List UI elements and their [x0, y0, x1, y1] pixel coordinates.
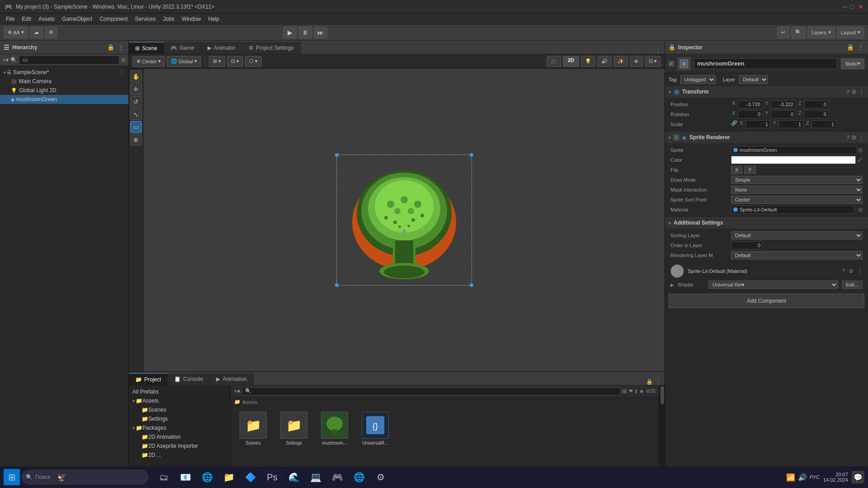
hierarchy-filter-icon[interactable]: ⊞ — [121, 57, 126, 63]
filter-icon[interactable]: ⚑ — [628, 388, 633, 394]
sprite-renderer-checkbox[interactable]: ✓ — [674, 135, 679, 140]
rect-tool[interactable]: ▭ — [130, 121, 142, 133]
taskbar-app-tools[interactable]: ⚙ — [371, 469, 391, 485]
search-button[interactable]: 🔍 — [791, 27, 806, 38]
transform-settings-icon[interactable]: ⚙ — [851, 89, 857, 95]
material-target-icon[interactable]: ◎ — [858, 206, 863, 213]
tray-lang[interactable]: РУС — [810, 474, 820, 480]
menu-file[interactable]: File — [2, 15, 18, 23]
layers-dropdown[interactable]: Layers ▾ — [807, 27, 835, 38]
sr-settings-icon[interactable]: ⚙ — [851, 134, 857, 141]
order-in-layer-input[interactable] — [731, 241, 763, 249]
sr-more-icon[interactable]: ⋮ — [859, 134, 864, 141]
rotation-y[interactable] — [771, 110, 796, 118]
taskbar-app-ps[interactable]: Ps — [262, 469, 282, 485]
sidebar-packages[interactable]: ▾ 📁 Packages — [129, 423, 230, 432]
aa-button[interactable]: ⊕ AA ▾ — [4, 27, 28, 38]
add-project-icon[interactable]: +▾ — [234, 388, 240, 394]
tab-animator[interactable]: ▶ Animator — [201, 42, 242, 54]
taskbar-app-taskmanager[interactable]: 🗂 — [154, 469, 174, 485]
sidebar-2d-more[interactable]: 📁 2D ... — [129, 450, 230, 460]
move-tool[interactable]: ✛ — [130, 83, 142, 95]
asset-scenes[interactable]: 📁 Scenes — [235, 412, 271, 446]
add-component-button[interactable]: Add Component — [669, 294, 864, 308]
taskbar-search[interactable]: 🔍 Поиск 🦅 — [22, 470, 148, 484]
taskbar-app-unity[interactable]: 🎮 — [327, 469, 347, 485]
material-ref-field[interactable]: Sprite-Lit-Default — [731, 206, 854, 214]
system-clock[interactable]: 20:07 14.02.2024 — [823, 472, 848, 483]
sidebar-settings[interactable]: 📁 Settings — [129, 414, 230, 423]
scale-z[interactable] — [811, 120, 836, 128]
inspector-lock-icon[interactable]: 🔒 — [669, 44, 675, 51]
taskbar-app-chrome[interactable]: 🌐 — [197, 469, 217, 485]
color-eyedropper-icon[interactable]: 🖊 — [857, 157, 863, 163]
global-dropdown[interactable]: 🌐 Global ▾ — [167, 56, 201, 67]
additional-settings-header[interactable]: ▾ Additional Settings — [665, 217, 868, 229]
taskbar-app-vs[interactable]: 🔷 — [241, 469, 260, 485]
taskbar-app-code[interactable]: 💻 — [306, 469, 326, 485]
mask-interaction-select[interactable]: None — [731, 186, 863, 194]
menu-assets[interactable]: Assets — [35, 15, 58, 23]
taskbar-app-files[interactable]: 📁 — [219, 469, 239, 485]
sidebar-2d-aseprite[interactable]: 📁 2D Aseprite Importer — [129, 441, 230, 450]
inspector-lock-btn[interactable]: 🔒 — [846, 43, 855, 52]
active-checkbox[interactable]: ✓ — [669, 61, 674, 66]
scale-x[interactable] — [745, 120, 770, 128]
star-icon[interactable]: ★ — [639, 388, 644, 394]
layer-select[interactable]: Default — [739, 75, 768, 84]
sorting-layer-select[interactable]: Default — [731, 231, 863, 239]
handle-tr[interactable] — [470, 153, 473, 157]
rendering-layer-select[interactable]: Default — [731, 251, 863, 259]
tray-network-icon[interactable]: 📶 — [786, 473, 795, 482]
view-mode-icon[interactable]: ⊞ — [622, 388, 627, 394]
taskbar-app-browser2[interactable]: 🌐 — [349, 469, 369, 485]
asset-universal[interactable]: {} UniversalR... — [357, 412, 393, 446]
position-x[interactable] — [738, 100, 763, 108]
start-button[interactable]: ⊞ — [4, 469, 20, 485]
undo-button[interactable]: ↩ — [777, 27, 789, 38]
lock-bottom-icon[interactable]: 🔒 — [646, 379, 653, 385]
sidebar-assets[interactable]: ▾ 📁 Assets — [129, 396, 230, 405]
menu-window[interactable]: Window — [178, 15, 205, 23]
sprite-renderer-header[interactable]: ▾ ✓ ◈ Sprite Renderer ? ⚙ ⋮ — [665, 131, 868, 143]
scene-view[interactable]: ✋ ✛ ↺ ⤡ ▭ ⊕ — [129, 69, 665, 371]
tab-project[interactable]: 📁 Project — [129, 373, 168, 385]
menu-edit[interactable]: Edit — [18, 15, 35, 23]
all-prefabs-item[interactable]: All Prefabs — [129, 387, 230, 396]
canvas-area[interactable] — [143, 69, 665, 371]
material-more-icon[interactable]: ⋮ — [857, 268, 863, 274]
tray-volume-icon[interactable]: 🔊 — [798, 473, 807, 482]
sr-help-icon[interactable]: ? — [846, 134, 849, 141]
minimize-button[interactable]: ─ — [843, 3, 847, 10]
scrollbar-thumb[interactable] — [660, 386, 664, 404]
tag-select[interactable]: Untagged — [680, 75, 716, 84]
material-help-icon[interactable]: ? — [842, 268, 845, 274]
2d-toggle[interactable]: 2D — [563, 56, 579, 67]
flip-y-button[interactable]: Y — [744, 166, 755, 174]
step-button[interactable]: ⏭ — [314, 27, 327, 38]
menu-help[interactable]: Help — [205, 15, 223, 23]
rotation-x[interactable] — [738, 110, 763, 118]
play-button[interactable]: ▶ — [283, 27, 297, 38]
close-button[interactable]: ✕ — [858, 3, 863, 10]
tree-item-samplescene[interactable]: ▾ ☰ SampleScene* ⋮ — [0, 68, 128, 77]
tab-project-settings[interactable]: ⚙ Project Settings — [242, 42, 301, 54]
settings-button[interactable]: ⚙ — [45, 27, 57, 38]
draw-mode-select[interactable]: Simple — [731, 176, 863, 184]
light-btn[interactable]: 💡 — [581, 56, 595, 67]
hand-tool[interactable]: ✋ — [130, 70, 142, 82]
transform-tool[interactable]: ⊕ — [130, 134, 142, 145]
snap-btn[interactable]: ⊡ ▾ — [227, 56, 243, 67]
taskbar-app-mail[interactable]: 📧 — [175, 469, 195, 485]
tab-game[interactable]: 🎮 Game — [164, 42, 201, 54]
object-name-field[interactable] — [694, 58, 837, 69]
lock-icon[interactable]: 🔒 — [106, 43, 115, 52]
transform-help-icon[interactable]: ? — [846, 89, 849, 95]
sidebar-2d-animation[interactable]: 📁 2D Animation — [129, 432, 230, 441]
gizmos-btn[interactable]: ⬡ ▾ — [245, 56, 262, 67]
menu-component[interactable]: Component — [96, 15, 131, 23]
rotation-z[interactable] — [804, 110, 829, 118]
hierarchy-search-input[interactable] — [19, 56, 119, 65]
tab-more-icon[interactable]: ⋮ — [652, 47, 665, 54]
shader-edit-button[interactable]: Edit... — [842, 281, 863, 289]
